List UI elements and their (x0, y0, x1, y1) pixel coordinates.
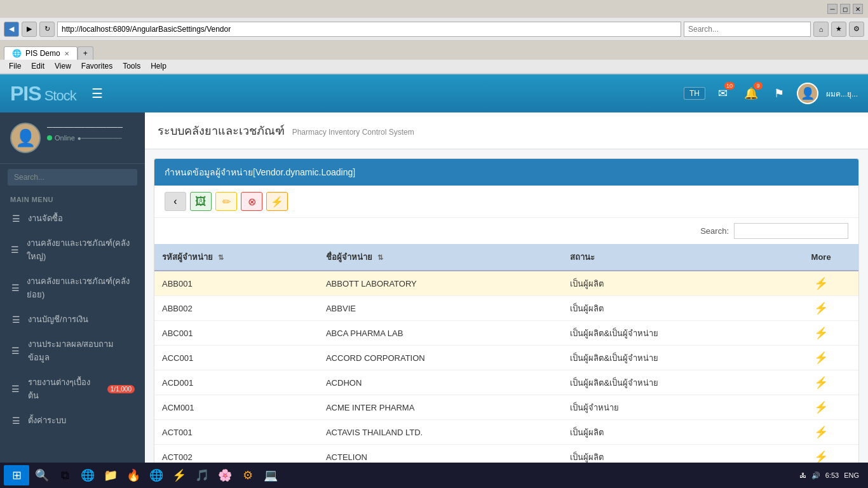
sidebar-item-purchase[interactable]: ☰ งานจัดซื้อ (0, 206, 145, 231)
cell-name: ACCORD CORPORATION (318, 346, 562, 370)
cell-more[interactable]: ⚡ (783, 370, 858, 395)
menu-view[interactable]: View (50, 61, 76, 72)
status-detail: ●───────── (78, 135, 122, 142)
taskbar-app3[interactable]: ⚡ (169, 465, 189, 485)
home-button[interactable]: ⌂ (813, 22, 829, 37)
more-icon[interactable]: ⚡ (814, 277, 828, 290)
back-button[interactable]: ‹ (165, 192, 186, 211)
sidebar-item-reports[interactable]: ☰ รายงานต่างๆเบื้องต้น 1/1,000 (0, 370, 145, 408)
refresh-button[interactable]: ↻ (39, 22, 55, 37)
taskbar-app4[interactable]: 🎵 (192, 465, 212, 485)
sidebar-item-label-settings: ตั้งค่าระบบ (28, 414, 66, 427)
more-icon[interactable]: ⚡ (814, 327, 828, 339)
browser-tabs: 🌐 PIS Demo ✕ + (0, 41, 868, 60)
col-name-sort-icon[interactable]: ⇅ (377, 254, 383, 261)
content-panel: กำหนดข้อมูลผู้จำหน่าย[Vendor.dynamic.Loa… (154, 158, 859, 488)
sidebar-item-warehouse-large[interactable]: ☰ งานคลังยาและเวชภัณฑ์(คลังใหญ่) (0, 231, 145, 269)
table-row[interactable]: ACT001 ACTAVIS THAILAND LTD. เป็นผู้ผลิต… (154, 420, 858, 445)
forward-nav-button[interactable]: ▶ (22, 22, 37, 37)
table-row[interactable]: ABB002 ABBVIE เป็นผู้ผลิต ⚡ (154, 296, 858, 321)
col-code[interactable]: รหัสผู้จำหน่าย ⇅ (154, 244, 318, 271)
more-icon[interactable]: ⚡ (814, 302, 828, 315)
browser-toolbar: ◀ ▶ ↻ ⌂ ★ ⚙ (0, 18, 868, 41)
app-logo: PIS Stock (10, 82, 76, 105)
reports-icon: ☰ (10, 384, 22, 394)
cell-more[interactable]: ⚡ (783, 346, 858, 370)
table-row[interactable]: ABC001 ABCA PHARMA LAB เป็นผู้ผลิต&เป็นผ… (154, 321, 858, 346)
col-code-sort-icon[interactable]: ⇅ (218, 254, 224, 261)
user-avatar[interactable]: 👤 (797, 83, 818, 104)
taskbar-search[interactable]: 🔍 (32, 465, 52, 485)
reports-badge: 1/1,000 (107, 385, 135, 393)
back-nav-button[interactable]: ◀ (4, 22, 19, 37)
menu-tools[interactable]: Tools (118, 61, 146, 72)
menu-file[interactable]: File (4, 61, 26, 72)
table-row[interactable]: ABB001 ABBOTT LABORATORY เป็นผู้ผลิต ⚡ (154, 271, 858, 296)
menu-favorites[interactable]: Favorites (76, 61, 118, 72)
table-row[interactable]: ACC001 ACCORD CORPORATION เป็นผู้ผลิต&เป… (154, 346, 858, 370)
cell-more[interactable]: ⚡ (783, 271, 858, 296)
col-name[interactable]: ชื่อผู้จำหน่าย ⇅ (318, 244, 562, 271)
start-button[interactable]: ⊞ (4, 465, 29, 485)
cell-status: เป็นผู้จำหน่าย (562, 395, 783, 420)
flash-button[interactable]: ⚡ (266, 192, 288, 211)
more-icon[interactable]: ⚡ (814, 401, 828, 414)
more-icon[interactable]: ⚡ (814, 376, 828, 389)
cell-more[interactable]: ⚡ (783, 296, 858, 321)
table-row[interactable]: ACD001 ACDHON เป็นผู้ผลิต&เป็นผู้จำหน่าย… (154, 370, 858, 395)
taskbar-app2[interactable]: 🌐 (146, 465, 166, 485)
browser-search-input[interactable] (684, 22, 811, 37)
taskbar-ie[interactable]: 🌐 (78, 465, 98, 485)
menu-edit[interactable]: Edit (26, 61, 50, 72)
sidebar-item-warehouse-small[interactable]: ☰ งานคลังยาและเวชภัณฑ์(คลังย่อย) (0, 269, 145, 307)
address-bar[interactable] (57, 22, 681, 37)
more-icon[interactable]: ⚡ (814, 451, 828, 463)
delete-button[interactable]: ⊗ (241, 192, 262, 211)
hamburger-menu-button[interactable]: ☰ (92, 86, 103, 101)
browser-titlebar: ─ ◻ ✕ (0, 0, 868, 18)
new-tab-button[interactable]: + (78, 46, 93, 60)
settings-button[interactable]: ⚙ (849, 22, 864, 37)
sidebar-username: ────────────── (47, 123, 135, 132)
add-button[interactable]: 🖼 (190, 192, 212, 211)
window-controls[interactable]: ─ ◻ ✕ (827, 4, 863, 14)
table-search-input[interactable] (734, 223, 848, 239)
cell-more[interactable]: ⚡ (783, 420, 858, 445)
minimize-button[interactable]: ─ (827, 4, 837, 14)
sidebar-section-title: MAIN MENU (0, 191, 145, 206)
bell-button[interactable]: 🔔 9 (741, 83, 761, 104)
table-row[interactable]: ACM001 ACME INTER PHARMA เป็นผู้จำหน่าย … (154, 395, 858, 420)
edit-button[interactable]: ✏ (215, 192, 237, 211)
warehouse-small-icon: ☰ (10, 283, 20, 293)
header-username[interactable]: ผมค...ยุ... (826, 88, 858, 100)
cell-code: ABC001 (154, 321, 318, 346)
menu-help[interactable]: Help (146, 61, 172, 72)
app-body: 👤 ────────────── Online ●───────── MAIN … (0, 112, 868, 488)
cell-more[interactable]: ⚡ (783, 321, 858, 346)
taskbar-app6[interactable]: ⚙ (238, 465, 258, 485)
flag-button[interactable]: ⚑ (769, 83, 789, 104)
browser-tab-active[interactable]: 🌐 PIS Demo ✕ (4, 46, 78, 60)
language-button[interactable]: TH (684, 87, 705, 100)
mail-button[interactable]: ✉ 10 (713, 83, 733, 104)
sidebar-item-settings[interactable]: ☰ ตั้งค่าระบบ (0, 408, 145, 433)
restore-button[interactable]: ◻ (840, 4, 850, 14)
taskbar-app5[interactable]: 🌸 (215, 465, 235, 485)
more-icon[interactable]: ⚡ (814, 426, 828, 438)
sidebar-search[interactable] (0, 164, 145, 191)
taskbar-explorer[interactable]: 📁 (100, 465, 121, 485)
more-icon[interactable]: ⚡ (814, 351, 828, 364)
cell-more[interactable]: ⚡ (783, 395, 858, 420)
tab-close-button[interactable]: ✕ (64, 50, 69, 57)
sidebar-user-section: 👤 ────────────── Online ●───────── (0, 112, 145, 164)
sidebar-item-report-query[interactable]: ☰ งานประมาลผล/สอบถามข้อมูล (0, 332, 145, 370)
sidebar-search-input[interactable] (8, 169, 137, 186)
taskbar-task-view[interactable]: ⧉ (55, 465, 75, 485)
close-button[interactable]: ✕ (853, 4, 863, 14)
favorites-button[interactable]: ★ (831, 22, 846, 37)
flag-icon: ⚑ (774, 86, 784, 100)
taskbar-app7[interactable]: 💻 (261, 465, 281, 485)
sidebar-item-accounting[interactable]: ☰ งานบัญชี/การเงิน (0, 307, 145, 332)
purchase-icon: ☰ (10, 214, 22, 224)
taskbar-app1[interactable]: 🔥 (123, 465, 144, 485)
